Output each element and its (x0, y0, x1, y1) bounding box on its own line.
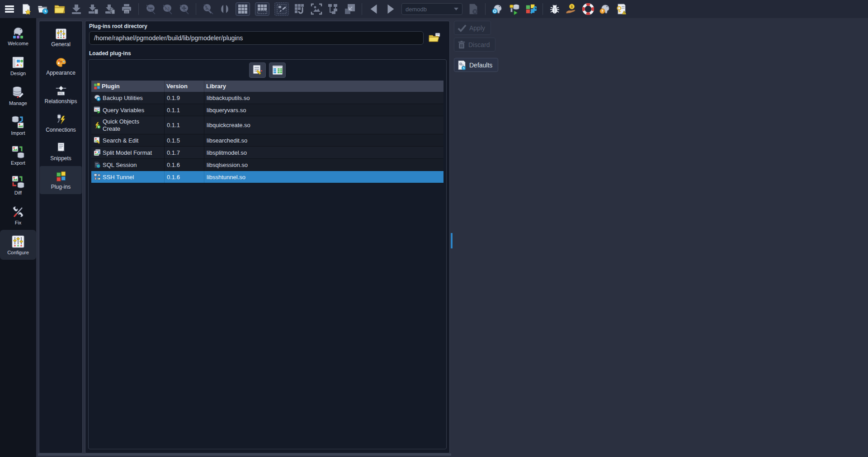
column-header-library[interactable]: Library (204, 81, 443, 92)
sidebar-item-configure[interactable]: Configure (0, 230, 36, 260)
bottom-frame-border (38, 453, 451, 456)
relationships-icon: REL (55, 85, 67, 97)
config-tab-connections[interactable]: Connections (40, 109, 82, 137)
loaded-plugins-panel: Plugin Version Library Backup Utilities … (88, 59, 447, 449)
license-icon[interactable]: ! (616, 3, 627, 15)
table-row[interactable]: Quick Objects Create 0.1.1 libquickcreat… (91, 116, 443, 134)
bug-report-icon[interactable] (549, 3, 561, 15)
manage-server-icon[interactable] (508, 3, 520, 15)
discard-button[interactable]: Discard (454, 38, 495, 52)
get-support-icon[interactable] (582, 3, 594, 15)
save-as-icon[interactable] (87, 3, 99, 15)
table-row[interactable]: Search & Edit 0.1.5 libsearchedit.so (91, 134, 443, 147)
table-row[interactable]: Backup Utilities 0.1.9 libbackuputils.so (91, 92, 443, 104)
appearance-icon (55, 57, 67, 68)
config-tab-label: General (51, 41, 71, 48)
config-nav-panel: General Appearance REL Relationships Con… (39, 21, 83, 453)
about-icon[interactable]: ? (599, 3, 611, 15)
donate-icon[interactable]: $ (566, 3, 577, 15)
select-graphics-icon[interactable] (311, 3, 322, 15)
sidebar-item-label: Welcome (8, 41, 28, 46)
zoom-normal-icon: 1:1 (161, 3, 173, 15)
toolbar-separator (542, 3, 543, 15)
design-icon (11, 56, 25, 69)
sql-tool-icon[interactable] (491, 3, 503, 15)
config-tab-general[interactable]: General (40, 24, 82, 52)
model-selector-combo[interactable]: demodb (401, 3, 462, 15)
print-model-icon[interactable] (121, 3, 132, 15)
sidebar-item-welcome[interactable]: Welcome (0, 21, 36, 51)
query-variables-icon (94, 106, 101, 114)
sidebar-item-fix[interactable]: Fix (0, 200, 36, 230)
svg-text:REL: REL (58, 91, 64, 95)
general-icon (55, 28, 67, 40)
connections-icon (55, 114, 67, 125)
plugins-config-panel: Plug-ins root directory Loaded plug-ins … (85, 21, 450, 453)
sidebar-item-import[interactable]: Import (0, 110, 36, 140)
toolbar-separator (138, 3, 139, 15)
table-row[interactable]: Query Variables 0.1.1 libqueryvars.so (91, 104, 443, 116)
sidebar-item-diff[interactable]: Diff (0, 170, 36, 200)
plugins-tool-icon[interactable] (525, 3, 537, 15)
fix-icon (11, 205, 25, 219)
apply-button[interactable]: Apply (454, 21, 491, 35)
manage-icon (11, 86, 25, 99)
sidebar-item-label: Diff (14, 190, 22, 195)
edit-lock-toggle[interactable] (274, 2, 289, 16)
sidebar-item-export[interactable]: Export (0, 140, 36, 170)
edit-plugin-source-button[interactable] (249, 62, 266, 78)
column-header-version[interactable]: Version (165, 81, 204, 92)
svg-text:?: ? (601, 9, 603, 13)
welcome-icon (11, 26, 25, 39)
config-tab-plugins[interactable]: Plug-ins (40, 166, 82, 194)
page-grid-toggle[interactable] (255, 2, 269, 16)
root-directory-input[interactable] (89, 31, 424, 45)
sidebar-item-manage[interactable]: Manage (0, 81, 36, 110)
arrange-objects-icon[interactable] (327, 3, 339, 15)
table-row[interactable]: SQL Session 0.1.6 libsqlsession.so (91, 159, 443, 171)
show-grid-toggle[interactable] (236, 2, 250, 16)
backup-utilities-icon (94, 94, 101, 101)
quick-objects-create-icon (94, 122, 101, 129)
table-row[interactable]: Split Model Format 0.1.7 libsplitmodel.s… (91, 147, 443, 159)
table-row-selected[interactable]: SSH Tunnel 0.1.6 libsshtunnel.so (91, 171, 443, 183)
nav-forward-icon[interactable] (385, 3, 396, 15)
nav-back-icon[interactable] (368, 3, 380, 15)
model-selector-value: demodb (406, 6, 451, 13)
append-grid-icon[interactable] (294, 3, 306, 15)
save-model-icon[interactable] (71, 3, 82, 15)
edit-document-icon (252, 64, 264, 76)
config-tab-snippets[interactable]: Snippets (40, 138, 82, 166)
config-tab-label: Relationships (44, 98, 77, 105)
ssh-tunnel-icon (94, 173, 101, 181)
new-model-icon[interactable] (20, 3, 32, 15)
toggle-columns-button[interactable] (269, 62, 286, 78)
defaults-button[interactable]: Defaults (454, 58, 498, 72)
sidebar-item-label: Design (10, 71, 26, 76)
plugins-icon (55, 171, 67, 182)
sidebar-item-label: Configure (7, 250, 29, 255)
open-model-icon[interactable] (54, 3, 66, 15)
splitter-handle[interactable] (451, 233, 453, 248)
save-all-icon[interactable] (104, 3, 116, 15)
check-icon (457, 23, 467, 33)
main-sidebar: Welcome Design Manage Import Export Diff… (0, 18, 36, 457)
config-tab-appearance[interactable]: Appearance (40, 52, 82, 80)
folder-open-icon (428, 32, 441, 44)
select-directory-button[interactable] (426, 30, 443, 45)
sidebar-item-label: Export (11, 160, 25, 166)
compact-view-icon[interactable] (344, 3, 356, 15)
trash-icon (457, 40, 466, 49)
open-recent-icon[interactable] (37, 3, 49, 15)
zoom-in-icon (178, 3, 190, 15)
sidebar-item-label: Fix (15, 220, 22, 225)
fit-view-icon[interactable] (219, 3, 231, 15)
chevron-down-icon (454, 8, 458, 10)
sidebar-item-design[interactable]: Design (0, 51, 36, 81)
column-header-plugin[interactable]: Plugin (91, 81, 165, 92)
plugin-puzzle-icon (93, 82, 101, 90)
sidebar-item-label: Manage (9, 100, 27, 106)
config-tab-relationships[interactable]: REL Relationships (40, 81, 82, 109)
main-menu-icon[interactable] (4, 3, 15, 15)
defaults-icon (457, 60, 467, 70)
